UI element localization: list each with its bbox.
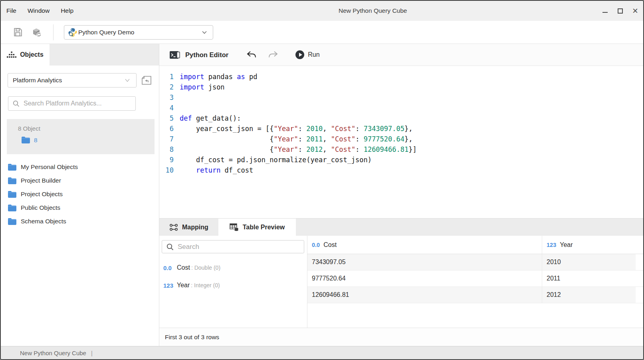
sidebar-folder-item[interactable]: Schema Objects	[1, 215, 159, 228]
line-number: 3	[159, 92, 174, 103]
line-number: 1	[159, 72, 174, 82]
line-number: 7	[159, 134, 174, 144]
minimize-icon	[602, 12, 608, 13]
sidebar-folder-item[interactable]: Project Builder	[1, 174, 159, 187]
row-count-footer: First 3 out of 3 rows	[159, 328, 643, 346]
column-header-year[interactable]: 123 Year	[542, 236, 636, 254]
table-row: 12609466.812012	[307, 287, 643, 303]
folder-icon	[8, 163, 17, 171]
status-separator: |	[91, 350, 93, 356]
redo-icon	[268, 50, 279, 60]
object-group-folder[interactable]: 8	[21, 136, 155, 144]
code-line: 5def get_data():	[159, 113, 643, 123]
field-name: Year	[177, 282, 190, 289]
table-preview-body: Search 0.0Cost: Double (0)123Year: Integ…	[159, 236, 643, 328]
field-row[interactable]: 123Year: Integer (0)	[159, 276, 307, 294]
field-search-input[interactable]: Search	[162, 240, 304, 253]
floppy-disk-icon	[13, 27, 23, 37]
menu-window[interactable]: Window	[22, 1, 55, 21]
sidebar: Objects Platform Analytics	[1, 44, 159, 346]
main-panel: Python Editor Run	[159, 44, 643, 346]
code-line: 9 df_cost = pd.json_normalize(year_cost_…	[159, 155, 643, 165]
code-line: 1import pandas as pd	[159, 72, 643, 82]
row-count-text: First 3 out of 3 rows	[165, 334, 219, 341]
double-type-icon: 0.0	[312, 242, 320, 248]
column-header-cost-label: Cost	[323, 241, 337, 249]
table-cell: 2012	[542, 287, 636, 303]
chevron-down-icon	[123, 76, 131, 84]
field-list-panel: Search 0.0Cost: Double (0)123Year: Integ…	[159, 236, 307, 328]
tab-mapping[interactable]: Mapping	[159, 219, 218, 236]
app-body: Objects Platform Analytics	[1, 44, 643, 346]
folder-item-label: Project Builder	[21, 177, 61, 184]
folder-icon	[8, 204, 17, 212]
bottom-tab-strip: Mapping Table Previ	[159, 218, 643, 236]
column-header-cost[interactable]: 0.0 Cost	[307, 236, 542, 254]
save-button[interactable]	[12, 26, 24, 38]
close-button[interactable]: ×	[630, 1, 640, 21]
folder-icon	[8, 218, 17, 225]
window-controls: ×	[594, 1, 640, 21]
python-query-icon	[68, 28, 77, 37]
folder-icon	[8, 177, 17, 185]
field-search-placeholder: Search	[178, 243, 199, 251]
field-name: Cost	[177, 264, 190, 271]
code-lines: 1import pandas as pd2import json345def g…	[159, 72, 643, 175]
field-row[interactable]: 0.0Cost: Double (0)	[159, 259, 307, 276]
table-cell: 2011	[542, 270, 636, 286]
menu-file[interactable]: File	[1, 1, 22, 21]
tab-table-preview[interactable]: Table Preview	[218, 219, 296, 236]
mapping-icon	[169, 223, 178, 231]
field-type: : Double (0)	[191, 265, 220, 271]
titlebar: File Window Help New Python Query Cube ×	[1, 1, 643, 21]
code-line: 3	[159, 92, 643, 103]
minimize-button[interactable]	[600, 1, 610, 21]
folder-item-label: Public Objects	[21, 204, 60, 211]
table-body: 7343097.0520109777520.64201112609466.812…	[307, 254, 643, 303]
line-number: 2	[159, 82, 174, 92]
project-selector[interactable]: Platform Analytics	[8, 73, 137, 88]
line-number: 8	[159, 144, 174, 155]
tab-objects[interactable]: Objects	[1, 44, 50, 66]
project-selector-row: Platform Analytics	[8, 73, 153, 88]
maximize-button[interactable]	[615, 1, 625, 21]
tab-mapping-label: Mapping	[182, 224, 208, 231]
sidebar-folder-item[interactable]: Project Objects	[1, 187, 159, 201]
objects-pyramid-icon	[7, 52, 16, 58]
redo-button[interactable]	[268, 50, 279, 60]
table-row-filler	[636, 254, 643, 270]
python-editor-title: Python Editor	[185, 51, 228, 59]
chevron-down-icon	[201, 29, 208, 36]
search-icon	[166, 243, 174, 251]
run-button[interactable]: Run	[295, 50, 319, 59]
object-group-folder-label: 8	[34, 137, 38, 144]
menu-bar: File Window Help	[1, 1, 643, 21]
folder-up-button[interactable]	[140, 73, 153, 88]
code-editor[interactable]: 1import pandas as pd2import json345def g…	[159, 66, 643, 218]
sidebar-folder-item[interactable]: Public Objects	[1, 201, 159, 215]
object-group-card[interactable]: 8 Object 8	[7, 119, 155, 154]
column-header-year-label: Year	[560, 241, 573, 249]
table-cell: 2010	[542, 254, 636, 270]
tab-objects-label: Objects	[20, 51, 44, 58]
undo-icon	[246, 50, 257, 60]
field-list: 0.0Cost: Double (0)123Year: Integer (0)	[159, 259, 307, 294]
menu-help[interactable]: Help	[55, 1, 79, 21]
undo-button[interactable]	[246, 50, 257, 60]
folder-icon	[8, 191, 17, 198]
table-cell: 12609466.81	[307, 287, 542, 303]
table-preview-panel: Search 0.0Cost: Double (0)123Year: Integ…	[159, 236, 643, 346]
folder-list: My Personal ObjectsProject BuilderProjec…	[1, 160, 159, 228]
process-cube-button[interactable]	[31, 26, 43, 38]
dataset-select[interactable]: Python Query Demo	[64, 25, 213, 40]
sidebar-folder-item[interactable]: My Personal Objects	[1, 160, 159, 174]
line-number: 9	[159, 155, 174, 165]
line-number: 6	[159, 123, 174, 134]
status-bar: New Python Query Cube |	[1, 346, 643, 359]
field-type: : Integer (0)	[191, 282, 220, 288]
table-header-filler	[636, 236, 643, 254]
toolbar: Python Query Demo	[1, 21, 643, 44]
table-row-filler	[636, 287, 643, 303]
sidebar-search-input[interactable]: Search Platform Analytics...	[8, 96, 136, 111]
window-title: New Python Query Cube	[339, 1, 407, 21]
